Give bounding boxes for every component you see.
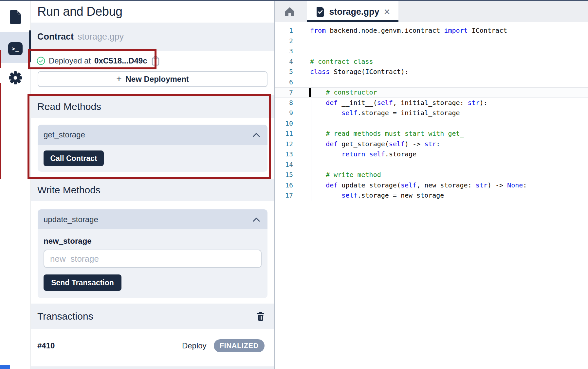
new-deployment-label: New Deployment [125,75,189,84]
line-number: 7 [275,87,293,98]
corner-blue-marker [0,365,10,369]
method-card-update-storage: update_storage new_storage Send Transact… [38,209,267,298]
tab-label: storage.gpy [329,7,379,17]
method-card-body: new_storage Send Transaction [38,229,267,298]
file-check-icon [315,7,325,17]
contract-label: Contract [37,32,74,42]
panel-bottom-strip [31,366,274,369]
sidebar-item-settings[interactable] [0,69,31,86]
run-and-debug-panel: Run and Debug Contract storage.gpy Deplo… [31,1,274,369]
chevron-up-icon[interactable] [252,217,260,222]
method-name: update_storage [44,215,98,224]
contract-address: 0xC518...D49c [94,56,147,65]
line-number: 13 [275,149,293,160]
code-line[interactable]: 1from backend.node.genvm.icontract impor… [275,26,588,36]
code-line[interactable]: 5class Storage(IContract): [275,67,588,77]
code-line[interactable]: 14 [275,160,588,170]
line-number: 6 [275,77,293,88]
transaction-id: #410 [37,341,55,350]
code-line[interactable]: 17 self.storage = new_storage [275,190,588,201]
file-icon [9,9,22,25]
line-number: 5 [275,67,293,77]
line-number: 17 [275,190,293,201]
home-tab-button[interactable] [283,6,297,18]
trash-icon[interactable] [256,311,265,321]
code-editor-pane: storage.gpy ✕ 1from backend.node.genvm.i… [274,1,588,369]
contract-file-name: storage.gpy [78,32,124,42]
line-number: 12 [275,139,293,149]
line-number: 1 [275,26,293,36]
method-name: get_storage [44,130,85,139]
line-number: 14 [275,160,293,170]
line-number: 10 [275,118,293,129]
method-card-get-storage: get_storage Call Contract [38,125,267,172]
call-contract-button[interactable]: Call Contract [44,150,104,166]
read-methods-heading: Read Methods [37,101,101,112]
write-methods-band: Write Methods [31,179,274,201]
code-line[interactable]: 13 return self.storage [275,149,588,160]
method-card-header[interactable]: get_storage [38,125,267,145]
copy-address-icon[interactable] [151,56,160,66]
tab-storage-gpy[interactable]: storage.gpy ✕ [307,1,398,22]
line-number: 4 [275,57,293,67]
line-number: 16 [275,180,293,191]
status-badge: FINALIZED [214,339,265,352]
close-icon[interactable]: ✕ [384,8,391,16]
code-line[interactable]: 16 def update_storage(self, new_storage:… [275,180,588,191]
annotation-edge-sliver [0,83,1,179]
method-card-header[interactable]: update_storage [38,209,267,229]
code-line[interactable]: 15 # write method [275,170,588,180]
annotation-edge-sliver [0,50,1,68]
code-line[interactable]: 3 [275,46,588,57]
page-title: Run and Debug [37,5,122,19]
code-lines[interactable]: 1from backend.node.genvm.icontract impor… [275,22,588,201]
gear-icon [8,71,23,85]
code-line[interactable]: 6 [275,77,588,88]
code-line[interactable]: 11 # read methods must start with get_ [275,129,588,139]
check-circle-icon [37,57,45,65]
home-icon [284,7,295,17]
code-line[interactable]: 2 [275,36,588,46]
line-number: 9 [275,108,293,118]
contract-header-band: Contract storage.gpy [31,23,274,51]
sidebar-item-run-debug[interactable]: >_ [0,41,31,57]
chevron-up-icon[interactable] [252,132,260,137]
line-number: 2 [275,36,293,46]
plus-icon: + [116,74,121,84]
transactions-heading: Transactions [37,311,93,322]
write-methods-heading: Write Methods [37,184,101,196]
text-cursor [309,88,311,97]
code-line[interactable]: 10 [275,118,588,129]
line-number: 15 [275,170,293,180]
read-methods-band: Read Methods [31,95,274,118]
transaction-type: Deploy [182,341,207,350]
transaction-row[interactable]: #410 Deploy FINALIZED [31,330,274,361]
code-line-current[interactable]: 7 # constructor [275,87,588,98]
line-number: 3 [275,46,293,57]
line-number: 8 [275,98,293,108]
sidebar-item-files[interactable] [0,9,31,26]
terminal-icon: >_ [8,42,23,55]
method-card-body: Call Contract [38,145,267,172]
activity-rail: >_ [0,1,31,369]
code-line[interactable]: 9 self.storage = initial_storage [275,108,588,118]
transactions-band: Transactions [31,304,274,329]
new-storage-input[interactable] [44,250,262,268]
editor-tab-bar: storage.gpy ✕ [275,1,588,22]
deployed-status-row: Deployed at 0xC518...D49c [37,55,160,66]
code-line[interactable]: 12 def get_storage(self) -> str: [275,139,588,149]
field-label-new-storage: new_storage [44,237,262,246]
code-line[interactable]: 8 def __init__(self, initial_storage: st… [275,98,588,108]
deployed-status-text: Deployed at [49,56,91,65]
line-number: 11 [275,129,293,139]
send-transaction-button[interactable]: Send Transaction [44,274,121,291]
new-deployment-button[interactable]: + New Deployment [38,71,267,87]
code-line[interactable]: 4# contract class [275,57,588,67]
